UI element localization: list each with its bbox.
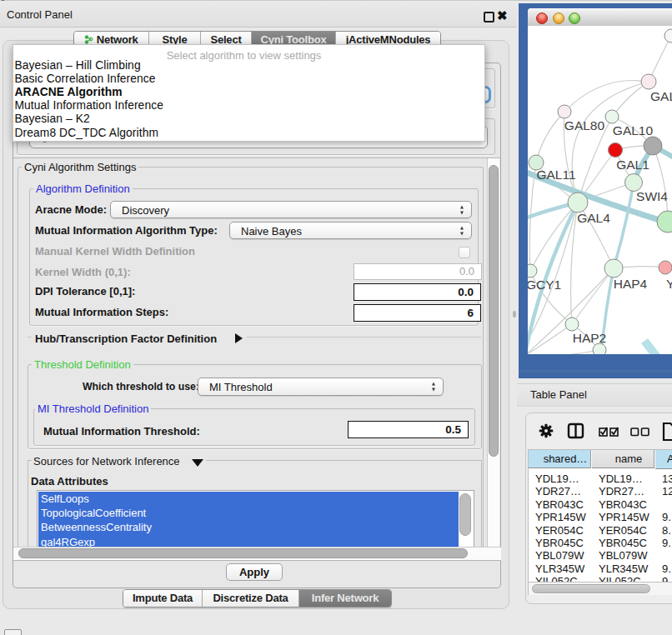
svg-text:GAL8: GAL8 [650, 89, 672, 103]
svg-text:GAL80: GAL80 [564, 118, 605, 132]
svg-text:SWI4: SWI4 [636, 189, 668, 203]
svg-text:GCY1: GCY1 [528, 278, 561, 292]
svg-text:GAL11: GAL11 [536, 168, 575, 182]
svg-text:GAL1: GAL1 [616, 158, 649, 172]
svg-text:Y: Y [666, 277, 672, 291]
svg-text:GAL10: GAL10 [613, 123, 654, 138]
svg-text:GAL4: GAL4 [577, 211, 610, 225]
svg-text:HAP4: HAP4 [614, 277, 648, 291]
svg-text:HAP2: HAP2 [573, 331, 607, 345]
